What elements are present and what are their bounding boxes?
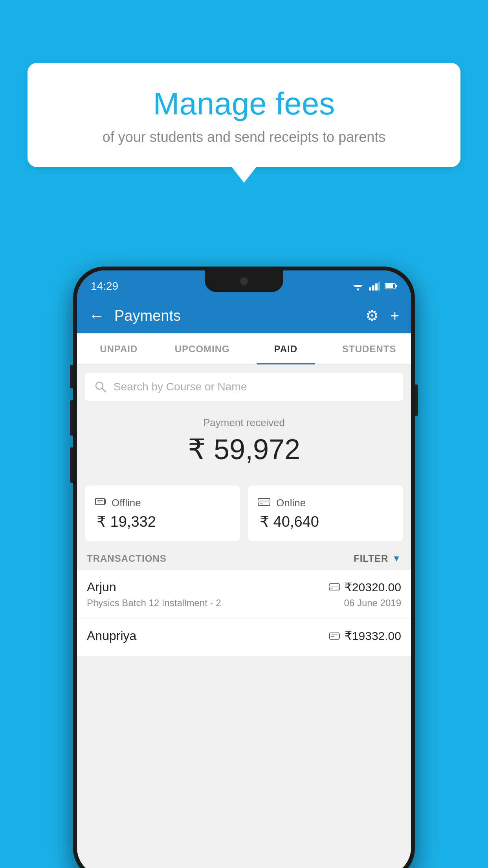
search-icon (95, 381, 106, 393)
online-amount: ₹ 40,640 (258, 513, 393, 530)
phone-screen: 14:29 (77, 270, 411, 868)
payment-received-label: Payment received (77, 417, 411, 429)
back-button[interactable]: ← (89, 308, 105, 324)
online-label: Online (276, 497, 306, 509)
tab-bar: UNPAID UPCOMING PAID STUDENTS (77, 333, 411, 365)
tooltip-subtitle: of your students and send receipts to pa… (47, 129, 441, 145)
add-icon[interactable]: + (391, 307, 399, 324)
page-title: Payments (114, 307, 365, 324)
offline-amount: ₹ 19,332 (95, 513, 230, 530)
svg-rect-5 (372, 285, 374, 291)
svg-rect-9 (385, 284, 393, 288)
phone-container: 14:29 (73, 267, 415, 868)
transaction-amount-row: ₹20320.00 (329, 580, 401, 594)
app-header: ← Payments ⚙ + (77, 298, 411, 333)
transaction-date: 06 June 2019 (344, 598, 401, 609)
volume-up-button (70, 365, 73, 388)
svg-rect-17 (104, 499, 106, 504)
volume-down-button (70, 400, 73, 436)
phone-frame: 14:29 (73, 267, 415, 868)
content-area: Search by Course or Name Payment receive… (77, 365, 411, 868)
signal-icon (369, 282, 380, 291)
table-row[interactable]: Anupriya ₹19332.00 (77, 619, 411, 657)
svg-line-12 (102, 388, 106, 392)
svg-rect-28 (339, 634, 340, 638)
tab-upcoming[interactable]: UPCOMING (161, 333, 244, 364)
transaction-amount: ₹20320.00 (345, 580, 401, 594)
transaction-description: Physics Batch 12 Installment - 2 (87, 598, 221, 609)
filter-icon: ▼ (392, 554, 401, 564)
settings-icon[interactable]: ⚙ (365, 307, 379, 324)
svg-rect-4 (369, 287, 371, 291)
svg-rect-6 (375, 283, 378, 291)
tab-paid[interactable]: PAID (244, 333, 328, 364)
offline-label: Offline (112, 497, 141, 509)
payment-received-section: Payment received ₹ 59,972 (77, 401, 411, 478)
status-icons (352, 282, 397, 291)
svg-rect-27 (329, 634, 330, 638)
transaction-amount: ₹19332.00 (345, 629, 401, 643)
notch (205, 270, 283, 292)
tab-unpaid[interactable]: UNPAID (77, 333, 161, 364)
cash-payment-icon (329, 632, 340, 640)
svg-rect-10 (396, 285, 397, 287)
transactions-label: TRANSACTIONS (87, 553, 167, 564)
table-row[interactable]: Arjun ₹20320.00 Physics (77, 570, 411, 619)
filter-button[interactable]: FILTER ▼ (354, 553, 401, 564)
svg-rect-22 (329, 586, 339, 587)
online-icon (258, 497, 270, 509)
transaction-amount-row: ₹19332.00 (329, 629, 401, 643)
svg-rect-24 (330, 633, 339, 639)
payment-received-amount: ₹ 59,972 (77, 433, 411, 466)
tooltip-card: Manage fees of your students and send re… (28, 63, 460, 167)
card-payment-icon (329, 583, 340, 591)
online-payment-card: Online ₹ 40,640 (248, 485, 403, 541)
transaction-list: Arjun ₹20320.00 Physics (77, 570, 411, 657)
power-button (415, 384, 418, 416)
tab-students[interactable]: STUDENTS (328, 333, 411, 364)
svg-rect-20 (260, 503, 263, 504)
battery-icon (385, 283, 397, 290)
transaction-name: Arjun (87, 580, 116, 594)
search-input[interactable]: Search by Course or Name (114, 381, 247, 393)
svg-rect-23 (330, 588, 333, 589)
tooltip-title: Manage fees (47, 86, 441, 121)
payment-cards-row: Offline ₹ 19,332 (85, 485, 403, 541)
svg-rect-13 (95, 498, 105, 505)
transaction-name: Anupriya (87, 629, 136, 643)
filter-label: FILTER (354, 553, 388, 564)
offline-icon (95, 497, 106, 509)
transactions-header: TRANSACTIONS FILTER ▼ (77, 541, 411, 570)
status-time: 14:29 (91, 280, 118, 292)
silent-button (70, 447, 73, 483)
wifi-icon (352, 282, 364, 291)
svg-rect-19 (258, 500, 270, 502)
offline-payment-card: Offline ₹ 19,332 (85, 485, 240, 541)
camera (239, 276, 249, 286)
svg-rect-16 (95, 499, 96, 504)
svg-rect-7 (378, 282, 380, 291)
header-action-icons: ⚙ + (365, 307, 399, 324)
search-bar[interactable]: Search by Course or Name (85, 373, 403, 401)
